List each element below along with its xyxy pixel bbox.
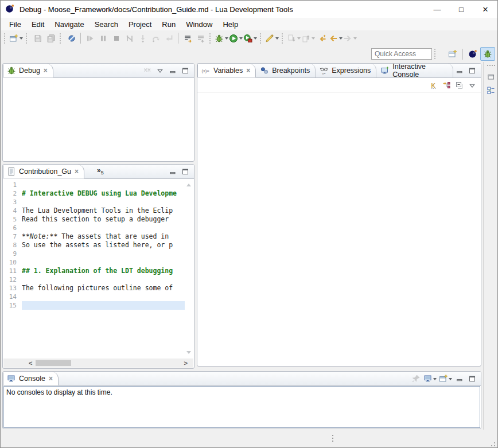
trim-drag-handle[interactable] bbox=[487, 65, 495, 67]
maximize-button[interactable] bbox=[179, 65, 192, 76]
display-selected-console-button[interactable] bbox=[422, 373, 438, 384]
menu-help[interactable]: Help bbox=[217, 19, 243, 30]
editor-line[interactable]: 3 bbox=[3, 198, 185, 207]
editor-line[interactable]: 1 bbox=[3, 181, 185, 189]
menu-window[interactable]: Window bbox=[181, 19, 217, 30]
external-tools-button[interactable] bbox=[243, 32, 258, 45]
editor-line[interactable]: 2# Interactive DEBUG using Lua Developme bbox=[3, 189, 185, 198]
dropdown-arrow-icon[interactable] bbox=[254, 37, 257, 41]
maximize-button[interactable] bbox=[179, 166, 192, 177]
remove-all-terminated-button[interactable] bbox=[141, 65, 154, 76]
step-into-button[interactable] bbox=[136, 32, 149, 45]
scroll-down-icon[interactable] bbox=[186, 351, 191, 356]
suspend-button[interactable] bbox=[96, 32, 110, 45]
editor-line[interactable]: 9 bbox=[3, 250, 185, 258]
maximize-button[interactable] bbox=[466, 65, 478, 76]
pin-console-button[interactable] bbox=[410, 373, 422, 384]
scroll-left-icon[interactable]: < bbox=[28, 360, 33, 367]
view-menu-button[interactable] bbox=[154, 65, 166, 76]
back-button[interactable] bbox=[329, 32, 343, 45]
tab-console[interactable]: Console × bbox=[3, 372, 59, 386]
menu-file[interactable]: File bbox=[4, 19, 26, 30]
tab-debug[interactable]: Debug × bbox=[3, 64, 53, 78]
editor-line[interactable]: 10 bbox=[3, 258, 185, 267]
hidden-editors-chevron[interactable]: » 5 bbox=[84, 165, 104, 178]
dropdown-arrow-icon[interactable] bbox=[239, 37, 243, 41]
dropdown-arrow-icon[interactable] bbox=[449, 378, 452, 382]
mark-occurrences-button[interactable] bbox=[265, 32, 279, 45]
dropdown-arrow-icon[interactable] bbox=[225, 37, 228, 41]
close-icon[interactable]: × bbox=[44, 67, 48, 74]
editor-line[interactable]: 5Read this section to setup a debugger bbox=[3, 215, 185, 224]
editor-line[interactable]: 14 bbox=[3, 293, 185, 301]
tab-variables[interactable]: (x)=Variables× bbox=[197, 64, 256, 78]
show-type-names-button[interactable]: K bbox=[428, 80, 441, 91]
menu-edit[interactable]: Edit bbox=[26, 19, 49, 30]
next-annotation-button[interactable] bbox=[287, 32, 301, 45]
dropdown-arrow-icon[interactable] bbox=[275, 37, 279, 41]
editor-line[interactable]: 7**Note:** The assets that are used in bbox=[3, 232, 185, 241]
drop-to-frame-button[interactable] bbox=[181, 32, 194, 45]
menu-search[interactable]: Search bbox=[90, 19, 123, 30]
collapse-all-button[interactable] bbox=[453, 80, 466, 91]
dropdown-arrow-icon[interactable] bbox=[433, 378, 437, 382]
dropdown-arrow-icon[interactable] bbox=[20, 37, 23, 41]
save-button[interactable] bbox=[31, 32, 44, 45]
menu-navigate[interactable]: Navigate bbox=[49, 19, 89, 30]
resize-grip[interactable] bbox=[489, 440, 496, 447]
editor-line[interactable]: 11## 1. Explanation of the LDT debugging bbox=[3, 267, 185, 275]
view-menu-button[interactable] bbox=[466, 80, 478, 91]
close-icon[interactable]: × bbox=[246, 67, 250, 74]
open-console-button[interactable] bbox=[438, 373, 453, 384]
editor-vertical-scrollbar[interactable] bbox=[185, 179, 193, 359]
forward-button[interactable] bbox=[343, 32, 357, 45]
minimize-window-button[interactable]: — bbox=[425, 1, 449, 18]
debug-perspective-button[interactable] bbox=[480, 47, 495, 61]
maximize-button[interactable] bbox=[466, 373, 478, 384]
outline-view-button[interactable] bbox=[485, 84, 497, 97]
skip-all-breakpoints-button[interactable] bbox=[65, 32, 78, 45]
editor-line[interactable]: 13The following pictures outline some of bbox=[3, 284, 185, 293]
minimize-button[interactable] bbox=[453, 373, 466, 384]
editor-line[interactable]: 8So use the assets as listed here, or p bbox=[3, 241, 185, 250]
dropdown-arrow-icon[interactable] bbox=[339, 37, 343, 41]
minimize-button[interactable] bbox=[166, 65, 179, 76]
maximize-window-button[interactable]: □ bbox=[449, 1, 473, 18]
run-button[interactable] bbox=[229, 32, 243, 45]
terminate-button[interactable] bbox=[110, 32, 123, 45]
editor-line[interactable]: 6 bbox=[3, 224, 185, 232]
lua-perspective-button[interactable] bbox=[465, 47, 480, 61]
minimize-button[interactable] bbox=[166, 166, 179, 177]
scroll-up-icon[interactable] bbox=[186, 181, 191, 186]
dropdown-arrow-icon[interactable] bbox=[297, 37, 301, 41]
scroll-right-icon[interactable]: > bbox=[183, 360, 189, 367]
tab-expressions[interactable]: x=Expressions bbox=[316, 64, 376, 77]
open-perspective-button[interactable] bbox=[445, 47, 460, 61]
step-return-button[interactable] bbox=[162, 32, 176, 45]
show-logical-structures-button[interactable] bbox=[441, 80, 453, 91]
statusbar-drag-handle[interactable] bbox=[332, 435, 333, 442]
save-all-button[interactable] bbox=[44, 32, 57, 45]
disconnect-button[interactable] bbox=[123, 32, 136, 45]
resume-button[interactable] bbox=[83, 32, 96, 45]
editor-line[interactable]: 15 bbox=[3, 301, 185, 310]
tab-breakpoints[interactable]: Breakpoints bbox=[256, 64, 316, 77]
step-over-button[interactable] bbox=[149, 32, 162, 45]
menu-project[interactable]: Project bbox=[123, 19, 157, 30]
previous-annotation-button[interactable] bbox=[301, 32, 316, 45]
hscroll-thumb[interactable] bbox=[36, 360, 71, 366]
use-step-filters-button[interactable] bbox=[194, 32, 207, 45]
text-editor[interactable]: 12# Interactive DEBUG using Lua Developm… bbox=[3, 179, 185, 359]
dropdown-arrow-icon[interactable] bbox=[353, 37, 357, 41]
close-icon[interactable]: × bbox=[75, 168, 79, 175]
quick-access-input[interactable] bbox=[371, 48, 432, 60]
close-window-button[interactable]: ✕ bbox=[473, 1, 497, 18]
dropdown-arrow-icon[interactable] bbox=[312, 37, 315, 41]
close-icon[interactable]: × bbox=[49, 375, 53, 382]
tab-interactive-console[interactable]: Interactive Console bbox=[376, 64, 453, 77]
menu-run[interactable]: Run bbox=[157, 19, 181, 30]
editor-horizontal-scrollbar[interactable]: < > bbox=[3, 359, 193, 368]
editor-line[interactable]: 4The Lua Development Tools in the Eclip bbox=[3, 207, 185, 215]
new-wizard-button[interactable] bbox=[9, 32, 24, 45]
debug-button[interactable] bbox=[215, 32, 229, 45]
